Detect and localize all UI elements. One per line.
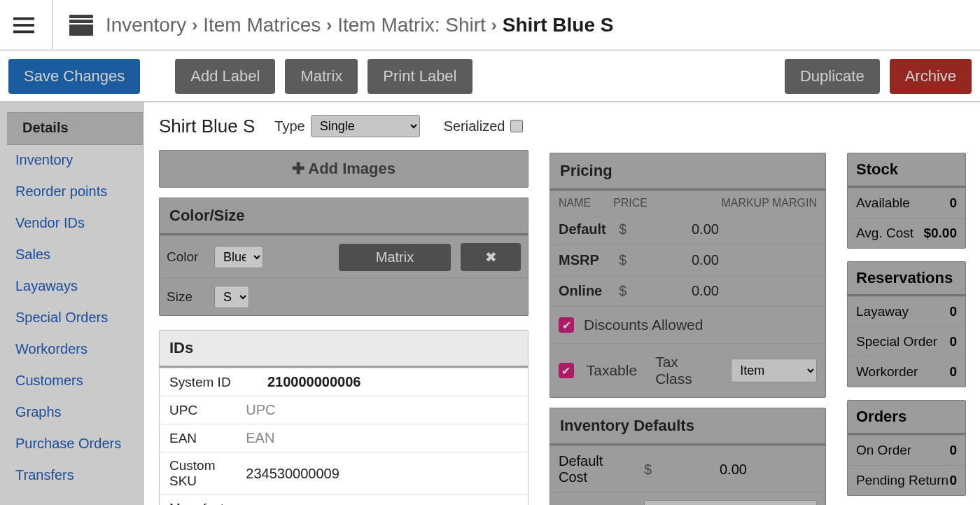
taxable-checkbox[interactable]: ✔ bbox=[559, 363, 574, 378]
inventory-defaults-header: Inventory Defaults bbox=[550, 408, 825, 445]
side-nav: Details Inventory Reorder points Vendor … bbox=[0, 102, 144, 505]
left-column: Shirt Blue S Type Single Serialized ✚ Ad… bbox=[159, 115, 528, 505]
pending-label: Pending Return bbox=[856, 473, 948, 488]
price-online-value[interactable]: 0.00 bbox=[636, 283, 817, 299]
color-label: Color bbox=[167, 249, 204, 265]
upc-input[interactable] bbox=[246, 402, 518, 418]
workspace: Details Inventory Reorder points Vendor … bbox=[0, 102, 980, 505]
color-select[interactable]: Blue bbox=[214, 246, 263, 268]
module-icon bbox=[69, 15, 93, 36]
discounts-checkbox[interactable]: ✔ bbox=[559, 317, 574, 333]
nav-transfers[interactable]: Transfers bbox=[0, 460, 143, 492]
price-default-cur: $ bbox=[619, 221, 636, 237]
pricing-panel: Pricing NAME PRICE MARKUP MARGIN Default… bbox=[550, 153, 826, 398]
price-online-cur: $ bbox=[619, 283, 636, 299]
svg-rect-0 bbox=[13, 17, 34, 20]
close-icon: ✖ bbox=[485, 249, 497, 265]
system-id-value: 210000000006 bbox=[267, 374, 360, 390]
size-select[interactable]: S bbox=[214, 286, 249, 308]
svg-rect-2 bbox=[13, 30, 34, 33]
type-select[interactable]: Single bbox=[311, 115, 420, 137]
onorder-value: 0 bbox=[949, 443, 957, 458]
price-msrp-name: MSRP bbox=[559, 252, 619, 268]
reservations-panel: Reservations Layaway0 Special Order0 Wor… bbox=[847, 261, 966, 387]
middle-column: Pricing NAME PRICE MARKUP MARGIN Default… bbox=[550, 153, 826, 505]
taxclass-select[interactable]: Item bbox=[731, 359, 817, 382]
color-size-header: Color/Size bbox=[160, 198, 528, 235]
nav-inventory[interactable]: Inventory bbox=[0, 145, 143, 177]
nav-reorder-points[interactable]: Reorder points bbox=[0, 177, 143, 208]
nav-layaways[interactable]: Layaways bbox=[0, 271, 143, 303]
serialized-checkbox[interactable] bbox=[510, 120, 523, 132]
nav-workorders[interactable]: Workorders bbox=[0, 334, 143, 366]
workorder-label: Workorder bbox=[856, 364, 918, 380]
type-label: Type bbox=[274, 118, 304, 134]
right-column: Stock Available0 Avg. Cost$0.00 Reservat… bbox=[847, 153, 966, 505]
hamburger-menu-icon[interactable] bbox=[8, 10, 39, 41]
add-images-label: Add Images bbox=[308, 160, 396, 177]
nav-vendor-ids[interactable]: Vendor IDs bbox=[0, 208, 143, 240]
onorder-label: On Order bbox=[856, 443, 911, 458]
matrix-button[interactable]: Matrix bbox=[285, 59, 358, 94]
duplicate-button[interactable]: Duplicate bbox=[785, 59, 880, 94]
nav-sales[interactable]: Sales bbox=[0, 240, 143, 271]
ean-input[interactable] bbox=[246, 430, 518, 446]
nav-purchase-orders[interactable]: Purchase Orders bbox=[0, 429, 143, 460]
custom-sku-label: Custom SKU bbox=[169, 458, 246, 489]
clear-variant-button[interactable]: ✖ bbox=[461, 243, 521, 271]
breadcrumb-item-matrices[interactable]: Item Matrices bbox=[203, 14, 321, 36]
chevron-right-icon: › bbox=[192, 15, 197, 35]
custom-sku-input[interactable] bbox=[246, 466, 518, 482]
vendor-select[interactable]: None ▾ bbox=[644, 500, 817, 505]
nav-graphs[interactable]: Graphs bbox=[0, 397, 143, 429]
add-label-button[interactable]: Add Label bbox=[175, 59, 275, 94]
ids-header: IDs bbox=[160, 331, 528, 368]
special-label: Special Order bbox=[856, 334, 937, 350]
layaway-value: 0 bbox=[949, 304, 957, 319]
breadcrumb-current: Shirt Blue S bbox=[503, 14, 614, 36]
size-label: Size bbox=[167, 289, 204, 305]
serialized-field: Serialized bbox=[444, 118, 524, 134]
chevron-right-icon: › bbox=[491, 15, 497, 35]
reservations-header: Reservations bbox=[848, 262, 965, 296]
archive-button[interactable]: Archive bbox=[890, 59, 972, 94]
default-cost-label: Default Cost bbox=[559, 453, 634, 485]
ids-panel: IDs System ID 210000000006 UPC EAN Custo… bbox=[159, 330, 528, 505]
add-images-panel[interactable]: ✚ Add Images bbox=[159, 150, 528, 188]
print-label-button[interactable]: Print Label bbox=[368, 59, 472, 94]
pricing-col-name: NAME bbox=[559, 197, 613, 209]
action-bar: Save Changes Add Label Matrix Print Labe… bbox=[0, 50, 980, 102]
layaway-label: Layaway bbox=[856, 304, 909, 319]
nav-special-orders[interactable]: Special Orders bbox=[0, 303, 143, 334]
available-value: 0 bbox=[949, 195, 957, 211]
breadcrumb-inventory[interactable]: Inventory bbox=[106, 14, 186, 36]
matrix-inline-button[interactable]: Matrix bbox=[339, 244, 451, 271]
system-id-label: System ID bbox=[169, 375, 267, 390]
color-size-panel: Color/Size Color Blue Matrix ✖ Size S bbox=[159, 198, 528, 316]
available-label: Available bbox=[856, 195, 910, 211]
special-value: 0 bbox=[949, 334, 957, 350]
price-row-online: Online $ 0.00 bbox=[550, 275, 825, 306]
chevron-right-icon: › bbox=[326, 15, 332, 35]
price-default-name: Default bbox=[559, 221, 619, 237]
stock-panel: Stock Available0 Avg. Cost$0.00 bbox=[847, 153, 966, 249]
default-cost-value[interactable]: 0.00 bbox=[671, 462, 817, 478]
pricing-header: Pricing bbox=[550, 153, 825, 191]
item-title: Shirt Blue S bbox=[159, 116, 255, 137]
pricing-col-markup: MARKUP bbox=[721, 197, 769, 209]
pricing-col-margin: MARGIN bbox=[772, 197, 817, 209]
breadcrumb-matrix-name[interactable]: Shirt bbox=[445, 14, 486, 36]
pending-value: 0 bbox=[949, 473, 957, 488]
nav-customers[interactable]: Customers bbox=[0, 366, 143, 397]
price-default-value[interactable]: 0.00 bbox=[636, 221, 817, 237]
ean-label: EAN bbox=[169, 431, 246, 446]
nav-details[interactable]: Details bbox=[7, 112, 143, 145]
orders-panel: Orders On Order0 Pending Return0 bbox=[847, 400, 966, 496]
workorder-value: 0 bbox=[949, 364, 957, 380]
taxable-label: Taxable bbox=[587, 362, 637, 379]
price-row-msrp: MSRP $ 0.00 bbox=[550, 244, 825, 275]
save-button[interactable]: Save Changes bbox=[8, 59, 140, 94]
inventory-defaults-panel: Inventory Defaults Default Cost $ 0.00 V… bbox=[550, 408, 826, 505]
price-msrp-value[interactable]: 0.00 bbox=[636, 252, 817, 268]
price-msrp-cur: $ bbox=[619, 252, 636, 268]
